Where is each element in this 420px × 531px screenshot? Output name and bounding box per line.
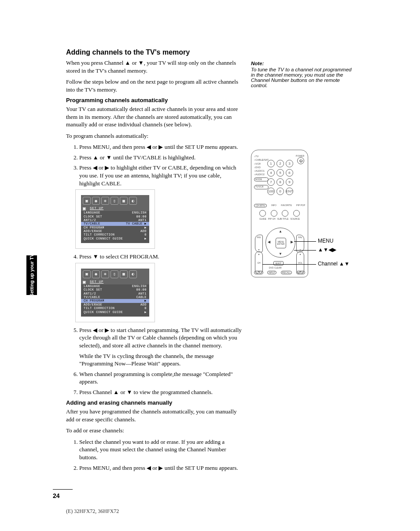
arrow-left-icon: ◀ — [268, 240, 270, 244]
auto-steps-list-cont1: Press ▼ to select CH PROGRAM. — [66, 253, 242, 261]
device-item: ○DVD — [254, 166, 269, 169]
step-6: When channel programming is complete,the… — [79, 370, 242, 386]
number-pad: 1 2 3 4 5 6 7 8 9 100 0 ENT — [267, 160, 294, 195]
num-9: 9 — [286, 178, 293, 186]
osd-tab-icons: ▣ ◉ ⊕ ▯ ▦ ◐ — [81, 195, 149, 206]
osd-tab-icon: ◉ — [92, 270, 100, 278]
mode-button: MODE — [254, 177, 269, 182]
device-item: ○AUDIO2 — [254, 173, 269, 176]
remote-illustration: ○TV ○CABLE/SAT ○VCR ○DVD ○AUDIO1 ○AUDIO2… — [251, 150, 374, 277]
section2-p2: To add or erase channels: — [66, 427, 242, 435]
osd-title: SET UP — [81, 206, 149, 211]
step-7: Press Channel ▲ or ▼ to view the program… — [79, 388, 242, 396]
step-5-note: While the TV is cycling through the chan… — [79, 352, 242, 368]
arrow-right-icon: ▶ — [291, 240, 293, 244]
osd-screenshot-1: ▣ ◉ ⊕ ▯ ▦ ◐ SET UP LANGUAGEENGLISH CLOCK… — [76, 190, 155, 248]
num-1: 1 — [267, 160, 275, 167]
fav-down-button: FAV▼ — [255, 235, 263, 252]
fav-up-button: FAV▲ — [296, 235, 304, 252]
mute-button: MUTE — [296, 271, 305, 274]
osd-row: QUICK CONNECT GUIDE▶ — [81, 237, 149, 240]
chapter-tab-label: Setting up your TV — [29, 254, 34, 297]
osd-row: LANGUAGEENGLISH — [81, 284, 149, 288]
osd-tab-icon: ◐ — [129, 270, 137, 278]
device-item: ○CABLE/SAT — [254, 158, 269, 162]
function-row: CH RTN INFO FAVORITE PIP POP — [254, 204, 305, 207]
osd-row: TILT CORRECTION0 — [81, 306, 149, 310]
remote-body: ○TV ○CABLE/SAT ○VCR ○DVD ○AUDIO1 ○AUDIO2… — [251, 150, 308, 277]
osd-row: CLOCK SET00:00 — [81, 288, 149, 291]
callout-line — [294, 250, 316, 251]
osd-row: ANT1/2ANT1 — [81, 218, 149, 222]
osd-row: CH PROGRAM▶ — [81, 226, 149, 229]
osd-tab-icon: ▣ — [83, 197, 91, 205]
osd-row: ANT1/2ANT1 — [81, 292, 149, 295]
osd-tab-icon: ▦ — [120, 197, 128, 205]
osd-tab-icon: ⊕ — [101, 197, 109, 205]
fav-row-labels: GUIDE PIP CH SUB-TITLE SOURCE — [259, 218, 300, 220]
note-body: To tune the TV to a channel not programm… — [251, 67, 352, 88]
circle-button — [259, 210, 266, 217]
page-title: Adding channels to the TV's memory — [66, 48, 374, 56]
num-5: 5 — [276, 169, 284, 177]
manual-step-2: Press MENU, and then press ◀ or ▶ until … — [79, 464, 242, 472]
num-7: 7 — [267, 178, 275, 186]
device-item: ○VCR — [254, 162, 269, 166]
step-3: Press ◀ or ▶ to highlight either TV or C… — [79, 164, 242, 187]
osd-screenshot-2: ▣ ◉ ⊕ ▯ ▦ ◐ SET UP LANGUAGEENGLISH CLOCK… — [76, 263, 155, 322]
section1-p2: To program channels automatically: — [66, 132, 242, 140]
callout-menu: MENU — [318, 238, 333, 244]
footer-model: (E) 32HFX72, 36HFX72 — [66, 508, 394, 515]
osd-title: SET UP — [81, 279, 149, 284]
num-4: 4 — [267, 169, 275, 177]
osd-tab-icon: ⊕ — [101, 270, 109, 278]
arrow-down-icon: ▼ — [279, 252, 282, 256]
bottom-button-row: CC/FT INPUT RECALL MUTE — [254, 271, 305, 274]
chrtn-button: CH RTN — [254, 204, 267, 207]
osd-row: ADD/ERASEADD — [81, 303, 149, 306]
osd-row: CLOCK SET00:00 — [81, 215, 149, 218]
menu-enter-button: MENU ENTER — [276, 238, 286, 248]
osd-row: LANGUAGEENGLISH — [81, 211, 149, 214]
osd-tab-icon: ▦ — [120, 270, 128, 278]
info-label: INFO — [271, 204, 276, 207]
section1-p1: Your TV can automatically detect all act… — [66, 105, 242, 129]
dpad: ▲ ▼ ◀ ▶ MENU ENTER — [265, 228, 295, 258]
circle-button — [293, 210, 300, 217]
callout-line — [262, 264, 316, 265]
arrow-up-icon: ▲ — [279, 229, 282, 233]
osd-tab-icon: ◉ — [92, 197, 100, 205]
intro-paragraph-2: Follow the steps below and on the next p… — [66, 78, 242, 93]
section-heading-auto: Programming channels automatically — [66, 97, 242, 103]
auto-steps-list-cont2: Press ◀ or ▶ to start channel programmin… — [66, 326, 242, 396]
osd-tab-icon: ▯ — [111, 270, 118, 278]
osd-tab-icon: ▯ — [111, 197, 118, 205]
step-5: Press ◀ or ▶ to start channel programmin… — [79, 326, 242, 368]
osd-row: ADD/ERASEADD — [81, 229, 149, 233]
osd-tab-icon: ◐ — [129, 197, 137, 205]
favorite-label: FAVORITE — [281, 204, 291, 207]
note-box: Note: To tune the TV to a channel not pr… — [251, 61, 352, 88]
num-2: 2 — [276, 160, 284, 167]
osd-tab-icon: ▣ — [83, 270, 91, 278]
tvvcr-button: TV/VCR — [254, 185, 269, 189]
recall-button: RECALL — [281, 271, 292, 274]
note-heading: Note: — [251, 61, 352, 66]
circle-button — [271, 210, 277, 217]
num-6: 6 — [286, 169, 293, 177]
osd-row: TILT CORRECTION0 — [81, 233, 149, 236]
power-area: POWER ⏻ — [296, 155, 304, 164]
manual-steps-list: Select the channel you want to add or er… — [66, 438, 242, 472]
osd-tab-icons: ▣ ◉ ⊕ ▯ ▦ ◐ — [81, 269, 149, 279]
step-4: Press ▼ to select CH PROGRAM. — [79, 253, 242, 261]
device-item: ○TV — [254, 155, 269, 158]
num-8: 8 — [276, 178, 284, 186]
fav-circle-row — [259, 210, 300, 217]
section2-p1: After you have programmed the channels a… — [66, 408, 242, 423]
device-selector-list: ○TV ○CABLE/SAT ○VCR ○DVD ○AUDIO1 ○AUDIO2… — [254, 155, 269, 189]
callout-line — [294, 241, 316, 242]
callout-arrows: ▲▼◀▶ — [318, 247, 336, 253]
ent-button: ENT — [286, 188, 293, 195]
page-number: 24 — [53, 489, 73, 499]
input-button: INPUT — [267, 271, 276, 274]
